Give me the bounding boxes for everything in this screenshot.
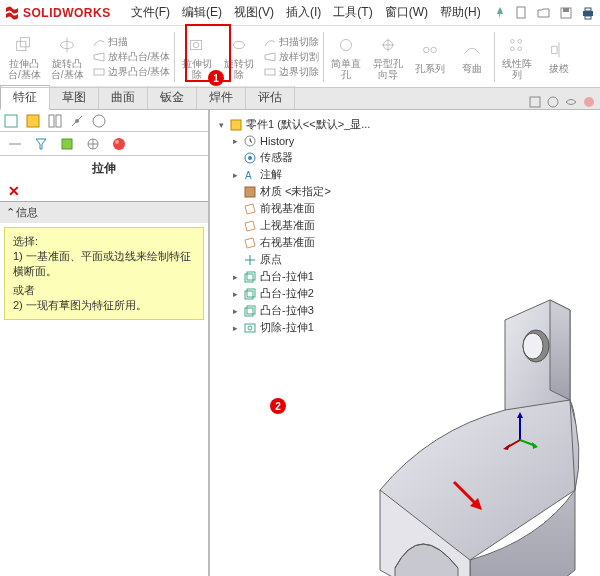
tab-weldment[interactable]: 焊件 xyxy=(197,86,246,109)
loft-cut-button[interactable]: 放样切割 xyxy=(261,50,321,64)
hide-tree-icon[interactable] xyxy=(7,136,23,152)
callout-arrow-2 xyxy=(448,476,492,520)
svg-rect-44 xyxy=(247,289,255,297)
menu-view[interactable]: 视图(V) xyxy=(228,2,280,23)
display-icon[interactable] xyxy=(85,136,101,152)
sweep-cut-button[interactable]: 扫描切除 xyxy=(261,35,321,49)
svg-marker-56 xyxy=(503,444,510,450)
boundary-boss-button[interactable]: 边界凸台/基体 xyxy=(90,65,173,79)
hide-show-icon[interactable] xyxy=(564,95,578,109)
pm-info-section: ⌃信息 选择: 1) 一基准面、平面或边线来绘制特征横断面。 或者 2) 一现有… xyxy=(0,201,208,324)
svg-rect-3 xyxy=(583,11,593,16)
sweep-boss-button[interactable]: 扫描 xyxy=(90,35,173,49)
bent-button[interactable]: 弯曲 xyxy=(452,37,492,76)
tab-evaluate[interactable]: 评估 xyxy=(246,86,295,109)
revolve-cut-button[interactable]: 旋转切 除 xyxy=(219,32,259,82)
collapse-icon[interactable]: ▾ xyxy=(216,120,226,130)
svg-point-29 xyxy=(75,119,79,123)
hole-series-button[interactable]: 孔系列 xyxy=(410,37,450,76)
mirror-button[interactable]: 拔模 xyxy=(539,37,579,76)
origin-triad-icon xyxy=(500,410,540,450)
boundary-cut-button[interactable]: 边界切除 xyxy=(261,65,321,79)
svg-rect-47 xyxy=(245,324,255,332)
svg-point-18 xyxy=(511,39,515,43)
svg-point-16 xyxy=(424,47,430,53)
hole-wizard-button[interactable]: 异型孔 向导 xyxy=(368,32,408,82)
svg-point-34 xyxy=(115,140,119,144)
svg-text:A: A xyxy=(245,170,252,181)
menu-help[interactable]: 帮助(H) xyxy=(434,2,487,23)
tree-plane-top[interactable]: 上视基准面 xyxy=(230,217,370,234)
feature-manager-icon[interactable] xyxy=(3,113,19,129)
tree-boss-1[interactable]: ▸凸台-拉伸1 xyxy=(230,268,370,285)
config-manager-icon[interactable] xyxy=(47,113,63,129)
svg-point-12 xyxy=(234,41,245,48)
pm-close-button[interactable]: ✕ xyxy=(0,181,208,201)
svg-point-23 xyxy=(548,97,558,107)
app-logo: SOLIDWORKS xyxy=(4,5,111,21)
pm-info-header[interactable]: ⌃信息 xyxy=(0,202,208,223)
print-icon[interactable] xyxy=(580,5,596,21)
dimxpert-icon[interactable] xyxy=(69,113,85,129)
tree-plane-front[interactable]: 前视基准面 xyxy=(230,200,370,217)
property-manager-icon[interactable] xyxy=(25,113,41,129)
svg-point-21 xyxy=(518,46,522,50)
svg-rect-31 xyxy=(62,139,72,149)
menu-window[interactable]: 窗口(W) xyxy=(379,2,434,23)
expand-icon[interactable]: ▸ xyxy=(230,272,240,282)
tab-feature[interactable]: 特征 xyxy=(0,85,50,110)
pm-info-message: 选择: 1) 一基准面、平面或边线来绘制特征横断面。 或者 2) 一现有草图为特… xyxy=(4,227,204,320)
svg-point-48 xyxy=(248,326,252,330)
expand-icon[interactable]: ▸ xyxy=(230,306,240,316)
view-orient-icon[interactable] xyxy=(528,95,542,109)
tree-root[interactable]: ▾零件1 (默认<<默认>_显... xyxy=(216,116,370,133)
svg-rect-35 xyxy=(231,120,241,130)
tree-material[interactable]: 材质 <未指定> xyxy=(230,183,370,200)
pm-title: 拉伸 xyxy=(0,156,208,181)
part-icon[interactable] xyxy=(59,136,75,152)
svg-rect-2 xyxy=(563,8,569,12)
filter-icon[interactable] xyxy=(33,136,49,152)
svg-rect-28 xyxy=(56,115,61,127)
svg-point-19 xyxy=(518,39,522,43)
svg-point-33 xyxy=(113,138,125,150)
open-icon[interactable] xyxy=(536,5,552,21)
loft-boss-button[interactable]: 放样凸台/基体 xyxy=(90,50,173,64)
menu-insert[interactable]: 插入(I) xyxy=(280,2,327,23)
tree-history[interactable]: ▸History xyxy=(230,133,370,149)
tab-sheetmetal[interactable]: 钣金 xyxy=(148,86,197,109)
graphics-canvas[interactable]: ▾零件1 (默认<<默认>_显... ▸History 传感器 ▸A注解 材质 … xyxy=(210,110,600,576)
new-icon[interactable] xyxy=(514,5,530,21)
menu-tools[interactable]: 工具(T) xyxy=(327,2,378,23)
expand-icon[interactable]: ▸ xyxy=(230,323,240,333)
display-style-icon[interactable] xyxy=(546,95,560,109)
svg-rect-4 xyxy=(585,8,591,11)
tab-sketch[interactable]: 草图 xyxy=(50,86,99,109)
save-icon[interactable] xyxy=(558,5,574,21)
tab-surface[interactable]: 曲面 xyxy=(99,86,148,109)
pm-toolbar xyxy=(0,132,208,156)
simple-hole-button[interactable]: 简单直 孔 xyxy=(326,32,366,82)
revolve-boss-button[interactable]: 旋转凸 台/基体 xyxy=(47,32,88,82)
expand-icon[interactable]: ▸ xyxy=(230,170,240,180)
expand-icon[interactable]: ▸ xyxy=(230,289,240,299)
appearance-button-icon[interactable] xyxy=(111,136,127,152)
tree-annotations[interactable]: ▸A注解 xyxy=(230,166,370,183)
appearance-icon[interactable] xyxy=(582,95,596,109)
extrude-boss-button[interactable]: 拉伸凸 台/基体 xyxy=(4,32,45,82)
tree-plane-right[interactable]: 右视基准面 xyxy=(230,234,370,251)
feature-tabs: 特征 草图 曲面 钣金 焊件 评估 xyxy=(0,88,600,110)
tree-sensors[interactable]: 传感器 xyxy=(230,149,370,166)
display-manager-icon[interactable] xyxy=(91,113,107,129)
svg-rect-22 xyxy=(530,97,540,107)
linear-pattern-button[interactable]: 线性阵 列 xyxy=(497,32,537,82)
menu-edit[interactable]: 编辑(E) xyxy=(176,2,228,23)
chevron-up-icon: ⌃ xyxy=(6,206,16,219)
menu-file[interactable]: 文件(F) xyxy=(125,2,176,23)
svg-rect-41 xyxy=(245,274,253,282)
pin-icon[interactable] xyxy=(492,5,508,21)
tree-origin[interactable]: 原点 xyxy=(230,251,370,268)
revolve-boss-label: 旋转凸 台/基体 xyxy=(51,58,84,80)
svg-rect-43 xyxy=(245,291,253,299)
expand-icon[interactable]: ▸ xyxy=(230,136,240,146)
